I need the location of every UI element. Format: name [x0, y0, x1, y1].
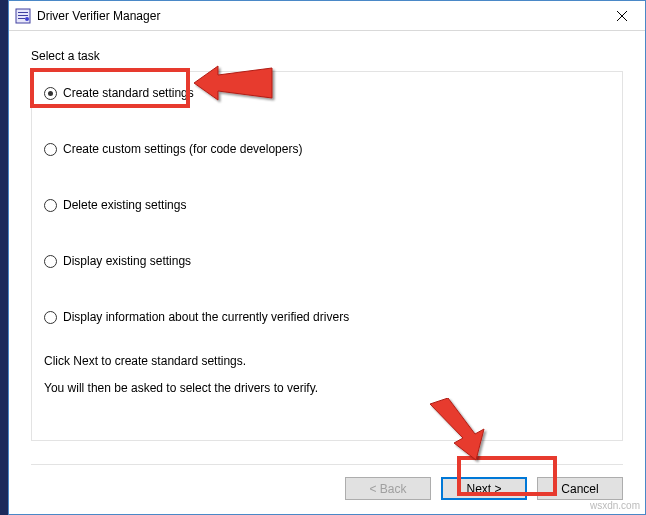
radio-create-custom[interactable]: Create custom settings (for code develop…	[44, 142, 610, 156]
dialog-window: Driver Verifier Manager Select a task Cr…	[8, 0, 646, 515]
radio-display-existing[interactable]: Display existing settings	[44, 254, 610, 268]
radio-label: Display information about the currently …	[63, 310, 349, 324]
radio-icon	[44, 143, 57, 156]
radio-create-standard[interactable]: Create standard settings	[44, 86, 610, 100]
radio-delete-existing[interactable]: Delete existing settings	[44, 198, 610, 212]
window-title: Driver Verifier Manager	[37, 9, 599, 23]
radio-label: Create custom settings (for code develop…	[63, 142, 302, 156]
radio-label: Delete existing settings	[63, 198, 186, 212]
svg-rect-3	[18, 18, 25, 19]
svg-point-4	[25, 17, 29, 21]
watermark: wsxdn.com	[590, 500, 640, 511]
svg-rect-2	[18, 15, 28, 16]
radio-icon	[44, 311, 57, 324]
radio-icon	[44, 199, 57, 212]
button-row: < Back Next > Cancel	[31, 464, 623, 500]
radio-label: Display existing settings	[63, 254, 191, 268]
hint-text-1: Click Next to create standard settings.	[44, 350, 610, 373]
close-button[interactable]	[599, 1, 645, 31]
app-icon	[15, 8, 31, 24]
radio-label: Create standard settings	[63, 86, 194, 100]
hint-text-2: You will then be asked to select the dri…	[44, 377, 610, 400]
radio-display-info[interactable]: Display information about the currently …	[44, 310, 610, 324]
options-group: Create standard settings Create custom s…	[31, 71, 623, 441]
task-label: Select a task	[31, 49, 623, 63]
svg-rect-1	[18, 12, 28, 13]
titlebar: Driver Verifier Manager	[9, 1, 645, 31]
content-area: Select a task Create standard settings C…	[9, 31, 645, 461]
back-button: < Back	[345, 477, 431, 500]
window-left-edge	[0, 0, 8, 515]
next-button[interactable]: Next >	[441, 477, 527, 500]
cancel-button[interactable]: Cancel	[537, 477, 623, 500]
radio-icon	[44, 87, 57, 100]
close-icon	[617, 11, 627, 21]
radio-icon	[44, 255, 57, 268]
